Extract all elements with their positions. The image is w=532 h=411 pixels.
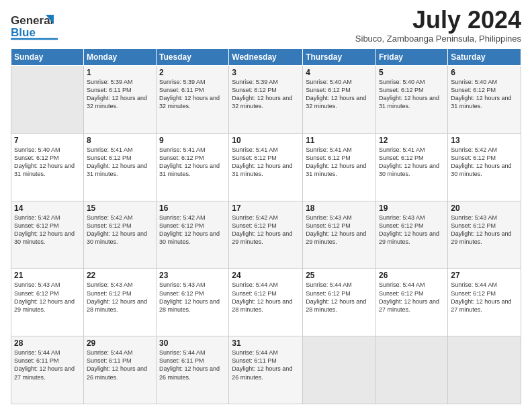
day-number: 8 bbox=[87, 136, 153, 145]
calendar-cell: 10Sunrise: 5:41 AMSunset: 6:12 PMDayligh… bbox=[229, 133, 303, 201]
day-info: Sunrise: 5:42 AMSunset: 6:12 PMDaylight:… bbox=[87, 214, 153, 246]
calendar-week-row: 7Sunrise: 5:40 AMSunset: 6:12 PMDaylight… bbox=[11, 133, 521, 201]
month-title: July 2024 bbox=[355, 7, 521, 34]
calendar-cell: 22Sunrise: 5:43 AMSunset: 6:12 PMDayligh… bbox=[83, 269, 156, 336]
day-info: Sunrise: 5:44 AMSunset: 6:11 PMDaylight:… bbox=[159, 349, 226, 381]
day-number: 25 bbox=[306, 271, 373, 280]
day-number: 5 bbox=[379, 68, 445, 77]
calendar-cell: 6Sunrise: 5:40 AMSunset: 6:12 PMDaylight… bbox=[448, 66, 521, 134]
calendar-week-row: 1Sunrise: 5:39 AMSunset: 6:11 PMDaylight… bbox=[11, 66, 521, 134]
day-info: Sunrise: 5:43 AMSunset: 6:12 PMDaylight:… bbox=[379, 214, 445, 246]
day-number: 18 bbox=[306, 203, 373, 213]
logo-svg: General Blue bbox=[11, 9, 71, 44]
day-info: Sunrise: 5:42 AMSunset: 6:12 PMDaylight:… bbox=[159, 214, 226, 246]
day-of-week-header: Monday bbox=[83, 49, 156, 66]
calendar-cell bbox=[303, 336, 376, 404]
day-of-week-header: Tuesday bbox=[157, 49, 229, 66]
calendar-cell: 28Sunrise: 5:44 AMSunset: 6:11 PMDayligh… bbox=[11, 336, 84, 404]
calendar-cell: 31Sunrise: 5:44 AMSunset: 6:11 PMDayligh… bbox=[229, 336, 303, 404]
calendar-week-row: 21Sunrise: 5:43 AMSunset: 6:12 PMDayligh… bbox=[11, 269, 521, 336]
calendar-cell: 24Sunrise: 5:44 AMSunset: 6:12 PMDayligh… bbox=[229, 269, 303, 336]
day-info: Sunrise: 5:40 AMSunset: 6:12 PMDaylight:… bbox=[14, 146, 81, 179]
day-number: 28 bbox=[14, 338, 81, 348]
day-number: 1 bbox=[87, 68, 153, 77]
day-number: 20 bbox=[451, 203, 518, 213]
calendar-cell: 17Sunrise: 5:42 AMSunset: 6:12 PMDayligh… bbox=[229, 201, 303, 269]
calendar-cell: 19Sunrise: 5:43 AMSunset: 6:12 PMDayligh… bbox=[376, 201, 448, 269]
calendar-cell: 5Sunrise: 5:40 AMSunset: 6:12 PMDaylight… bbox=[376, 66, 448, 134]
day-info: Sunrise: 5:41 AMSunset: 6:12 PMDaylight:… bbox=[159, 146, 226, 179]
day-of-week-header: Thursday bbox=[303, 49, 376, 66]
day-info: Sunrise: 5:44 AMSunset: 6:11 PMDaylight:… bbox=[232, 349, 300, 381]
calendar-cell: 25Sunrise: 5:44 AMSunset: 6:12 PMDayligh… bbox=[303, 269, 376, 336]
day-number: 16 bbox=[159, 203, 226, 213]
day-number: 4 bbox=[306, 68, 373, 77]
day-number: 31 bbox=[232, 338, 300, 348]
day-number: 22 bbox=[87, 271, 153, 280]
calendar-cell: 7Sunrise: 5:40 AMSunset: 6:12 PMDaylight… bbox=[11, 133, 84, 201]
day-number: 12 bbox=[379, 136, 445, 145]
calendar-cell: 4Sunrise: 5:40 AMSunset: 6:12 PMDaylight… bbox=[303, 66, 376, 134]
day-of-week-header: Wednesday bbox=[229, 49, 303, 66]
calendar-cell: 9Sunrise: 5:41 AMSunset: 6:12 PMDaylight… bbox=[157, 133, 229, 201]
day-info: Sunrise: 5:43 AMSunset: 6:12 PMDaylight:… bbox=[159, 281, 226, 314]
day-info: Sunrise: 5:44 AMSunset: 6:12 PMDaylight:… bbox=[379, 281, 445, 314]
calendar-cell: 8Sunrise: 5:41 AMSunset: 6:12 PMDaylight… bbox=[83, 133, 156, 201]
day-number: 14 bbox=[14, 203, 81, 213]
day-info: Sunrise: 5:44 AMSunset: 6:12 PMDaylight:… bbox=[306, 281, 373, 314]
calendar-cell: 21Sunrise: 5:43 AMSunset: 6:12 PMDayligh… bbox=[11, 269, 84, 336]
day-number: 9 bbox=[159, 136, 226, 145]
day-info: Sunrise: 5:43 AMSunset: 6:12 PMDaylight:… bbox=[87, 281, 153, 314]
calendar-cell bbox=[11, 66, 84, 134]
day-of-week-header: Friday bbox=[376, 49, 448, 66]
day-info: Sunrise: 5:41 AMSunset: 6:12 PMDaylight:… bbox=[306, 146, 373, 179]
calendar-cell: 20Sunrise: 5:43 AMSunset: 6:12 PMDayligh… bbox=[448, 201, 521, 269]
day-info: Sunrise: 5:44 AMSunset: 6:12 PMDaylight:… bbox=[232, 281, 300, 314]
day-of-week-header: Saturday bbox=[448, 49, 521, 66]
day-number: 23 bbox=[159, 271, 226, 280]
day-info: Sunrise: 5:40 AMSunset: 6:12 PMDaylight:… bbox=[451, 78, 518, 111]
calendar-week-row: 28Sunrise: 5:44 AMSunset: 6:11 PMDayligh… bbox=[11, 336, 521, 404]
day-info: Sunrise: 5:40 AMSunset: 6:12 PMDaylight:… bbox=[379, 78, 445, 111]
day-info: Sunrise: 5:44 AMSunset: 6:11 PMDaylight:… bbox=[87, 349, 153, 381]
day-info: Sunrise: 5:43 AMSunset: 6:12 PMDaylight:… bbox=[14, 281, 81, 314]
day-info: Sunrise: 5:41 AMSunset: 6:12 PMDaylight:… bbox=[232, 146, 300, 179]
day-number: 24 bbox=[232, 271, 300, 280]
calendar-cell: 18Sunrise: 5:43 AMSunset: 6:12 PMDayligh… bbox=[303, 201, 376, 269]
svg-text:Blue: Blue bbox=[11, 26, 36, 39]
calendar-cell: 2Sunrise: 5:39 AMSunset: 6:11 PMDaylight… bbox=[157, 66, 229, 134]
day-number: 2 bbox=[159, 68, 226, 77]
calendar-cell: 1Sunrise: 5:39 AMSunset: 6:11 PMDaylight… bbox=[83, 66, 156, 134]
day-number: 26 bbox=[379, 271, 445, 280]
day-info: Sunrise: 5:39 AMSunset: 6:11 PMDaylight:… bbox=[87, 78, 153, 111]
day-number: 15 bbox=[87, 203, 153, 213]
day-info: Sunrise: 5:44 AMSunset: 6:12 PMDaylight:… bbox=[451, 281, 518, 314]
calendar-table: SundayMondayTuesdayWednesdayThursdayFrid… bbox=[11, 48, 521, 404]
calendar-cell: 3Sunrise: 5:39 AMSunset: 6:12 PMDaylight… bbox=[229, 66, 303, 134]
day-info: Sunrise: 5:39 AMSunset: 6:12 PMDaylight:… bbox=[232, 78, 300, 111]
calendar-week-row: 14Sunrise: 5:42 AMSunset: 6:12 PMDayligh… bbox=[11, 201, 521, 269]
day-info: Sunrise: 5:39 AMSunset: 6:11 PMDaylight:… bbox=[159, 78, 226, 111]
calendar-cell: 16Sunrise: 5:42 AMSunset: 6:12 PMDayligh… bbox=[157, 201, 229, 269]
day-info: Sunrise: 5:43 AMSunset: 6:12 PMDaylight:… bbox=[306, 214, 373, 246]
day-number: 13 bbox=[451, 136, 518, 145]
day-number: 19 bbox=[379, 203, 445, 213]
day-number: 17 bbox=[232, 203, 300, 213]
day-info: Sunrise: 5:42 AMSunset: 6:12 PMDaylight:… bbox=[14, 214, 81, 246]
day-of-week-header: Sunday bbox=[11, 49, 84, 66]
title-block: July 2024 Sibuco, Zamboanga Peninsula, P… bbox=[355, 7, 521, 44]
calendar-cell: 30Sunrise: 5:44 AMSunset: 6:11 PMDayligh… bbox=[157, 336, 229, 404]
calendar-cell bbox=[448, 336, 521, 404]
calendar-cell: 14Sunrise: 5:42 AMSunset: 6:12 PMDayligh… bbox=[11, 201, 84, 269]
day-number: 3 bbox=[232, 68, 300, 77]
location-subtitle: Sibuco, Zamboanga Peninsula, Philippines bbox=[355, 34, 521, 44]
day-number: 6 bbox=[451, 68, 518, 77]
day-number: 27 bbox=[451, 271, 518, 280]
logo: General Blue bbox=[11, 7, 71, 44]
day-info: Sunrise: 5:41 AMSunset: 6:12 PMDaylight:… bbox=[379, 146, 445, 179]
calendar-cell: 12Sunrise: 5:41 AMSunset: 6:12 PMDayligh… bbox=[376, 133, 448, 201]
calendar-cell: 27Sunrise: 5:44 AMSunset: 6:12 PMDayligh… bbox=[448, 269, 521, 336]
day-number: 7 bbox=[14, 136, 81, 145]
day-number: 11 bbox=[306, 136, 373, 145]
day-info: Sunrise: 5:44 AMSunset: 6:11 PMDaylight:… bbox=[14, 349, 81, 381]
